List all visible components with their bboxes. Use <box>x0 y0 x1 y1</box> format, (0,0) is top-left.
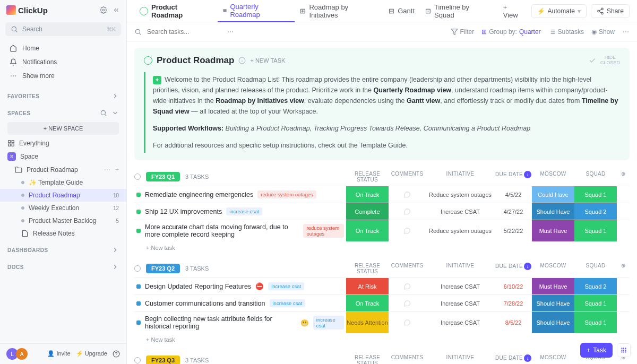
release-status-cell[interactable]: On Track <box>346 186 389 203</box>
comments-cell[interactable] <box>389 220 426 241</box>
space-space[interactable]: SSpace <box>0 150 126 163</box>
group-name[interactable]: FY23 Q1 <box>146 172 180 181</box>
space-tree-item[interactable]: Weekly Execution12 <box>0 202 126 214</box>
squad-cell[interactable]: Squad 1 <box>574 295 617 311</box>
collapse-sidebar-icon[interactable] <box>113 6 120 14</box>
more-icon[interactable] <box>104 166 111 174</box>
view-tab[interactable]: ⊡Timeline by Squad <box>420 0 496 22</box>
moscow-cell[interactable]: Must Have <box>532 220 574 241</box>
task-row[interactable]: Remediate engineering emergencies reduce… <box>134 186 630 203</box>
moscow-cell[interactable]: Could Have <box>532 186 574 203</box>
task-status-square[interactable] <box>136 284 141 289</box>
moscow-cell[interactable]: Should Have <box>532 312 574 333</box>
subtasks-button[interactable]: Subtasks <box>548 28 584 36</box>
share-button[interactable]: Share <box>591 4 630 18</box>
add-column-button[interactable]: ⊕ <box>617 171 630 183</box>
search-icon[interactable] <box>100 109 107 117</box>
task-tag[interactable]: increase csat <box>268 282 304 290</box>
task-status-square[interactable] <box>136 301 141 306</box>
check-icon[interactable] <box>589 57 596 64</box>
space-tree-item[interactable]: Product Roadmap+ <box>0 163 126 176</box>
column-header[interactable]: SQUAD <box>574 171 617 183</box>
release-status-cell[interactable]: On Track <box>346 295 389 311</box>
invite-link[interactable]: 👤 Invite <box>47 350 70 358</box>
column-header[interactable]: COMMENTS <box>389 354 426 364</box>
user-avatar[interactable]: A <box>16 348 28 360</box>
new-task-fab[interactable]: + Task <box>580 343 613 358</box>
column-header[interactable]: COMMENTS <box>389 171 426 183</box>
squad-cell[interactable]: Squad 1 <box>574 186 617 203</box>
task-tag[interactable]: increase csat <box>313 316 344 330</box>
add-column-button[interactable]: ⊕ <box>617 263 630 274</box>
column-header[interactable]: MOSCOW <box>532 171 574 183</box>
comments-cell[interactable] <box>389 186 426 203</box>
initiative-cell[interactable]: Reduce system outages <box>426 186 495 203</box>
space-tree-item[interactable]: Release Notes <box>0 227 126 240</box>
task-status-square[interactable] <box>136 193 141 197</box>
due-date-cell[interactable]: 4/27/22 <box>495 203 532 220</box>
apps-button[interactable] <box>617 343 631 357</box>
task-row[interactable]: Customer communications and transition i… <box>134 294 630 311</box>
new-task-row[interactable]: + New task <box>134 241 630 254</box>
column-header[interactable]: COMMENTS <box>389 263 426 274</box>
due-date-cell[interactable]: 8/5/22 <box>495 312 532 333</box>
column-header[interactable]: INITIATIVE <box>426 171 495 183</box>
task-tag[interactable]: reduce system outages <box>303 224 344 238</box>
comments-cell[interactable] <box>389 278 426 294</box>
view-title[interactable]: Product Roadmap <box>134 0 216 22</box>
view-tab[interactable]: ⊟Gantt <box>383 0 420 22</box>
view-tab[interactable]: ⊞Roadmap by Initiatives <box>295 0 383 22</box>
task-tag[interactable]: reduce system outages <box>257 190 316 198</box>
column-header[interactable]: RELEASE STATUS <box>346 263 389 274</box>
nav-notifications[interactable]: Notifications <box>0 55 126 69</box>
release-status-cell[interactable]: Needs Attention <box>346 312 389 333</box>
column-header[interactable]: DUE DATE↓ <box>495 354 532 364</box>
squad-cell[interactable]: Squad 1 <box>574 220 617 241</box>
space-tree-item[interactable]: Product Master Backlog5 <box>0 214 126 227</box>
add-view-button[interactable]: + View <box>498 0 529 22</box>
due-date-cell[interactable]: 4/5/22 <box>495 186 532 203</box>
section-docs[interactable]: DOCS <box>0 257 126 274</box>
app-logo[interactable]: ClickUp <box>6 5 48 15</box>
space-tree-item[interactable]: Product Roadmap10 <box>0 189 126 202</box>
collapse-icon[interactable] <box>134 265 141 272</box>
column-header[interactable]: INITIATIVE <box>426 354 495 364</box>
due-date-cell[interactable]: 5/22/22 <box>495 220 532 241</box>
collapse-icon[interactable] <box>134 357 141 363</box>
column-header[interactable]: DUE DATE↓ <box>495 171 532 183</box>
new-task-row[interactable]: + New task <box>134 333 630 346</box>
initiative-cell[interactable]: Increase CSAT <box>426 295 495 311</box>
task-row[interactable]: Design Updated Reporting Features ⛔ incr… <box>134 278 630 294</box>
add-icon[interactable]: + <box>115 166 119 174</box>
task-tag[interactable]: increase csat <box>270 299 306 307</box>
moscow-cell[interactable]: Must Have <box>532 278 574 294</box>
section-spaces[interactable]: SPACES <box>0 103 126 120</box>
comments-cell[interactable] <box>389 203 426 220</box>
task-status-square[interactable] <box>136 320 141 325</box>
new-task-link[interactable]: + NEW TASK <box>250 57 285 64</box>
space-everything[interactable]: Everything <box>0 137 126 150</box>
column-header[interactable]: INITIATIVE <box>426 263 495 274</box>
task-status-square[interactable] <box>136 210 141 214</box>
task-status-square[interactable] <box>136 229 141 233</box>
automate-button[interactable]: ⚡ Automate ▾ <box>531 4 587 18</box>
comments-cell[interactable] <box>389 295 426 311</box>
view-tab[interactable]: ≡Quarterly Roadmap <box>218 0 295 22</box>
initiative-cell[interactable]: Increase CSAT <box>426 278 495 294</box>
section-dashboards[interactable]: DASHBOARDS <box>0 240 126 257</box>
moscow-cell[interactable]: Should Have <box>532 203 574 220</box>
squad-cell[interactable]: Squad 1 <box>574 312 617 333</box>
squad-cell[interactable]: Squad 2 <box>574 278 617 294</box>
section-favorites[interactable]: FAVORITES <box>0 86 126 103</box>
collapse-icon[interactable] <box>134 174 141 180</box>
group-name[interactable]: FY23 Q3 <box>146 356 180 364</box>
initiative-cell[interactable]: Increase CSAT <box>426 203 495 220</box>
space-tree-item[interactable]: ✨ Template Guide <box>0 176 126 189</box>
hide-closed-toggle[interactable]: HIDE CLOSED <box>600 55 620 66</box>
release-status-cell[interactable]: Complete <box>346 203 389 220</box>
column-header[interactable]: SQUAD <box>574 263 617 274</box>
due-date-cell[interactable]: 6/10/22 <box>495 278 532 294</box>
column-header[interactable]: RELEASE STATUS <box>346 171 389 183</box>
group-name[interactable]: FY23 Q2 <box>146 264 180 273</box>
new-space-button[interactable]: + NEW SPACE <box>7 122 119 135</box>
